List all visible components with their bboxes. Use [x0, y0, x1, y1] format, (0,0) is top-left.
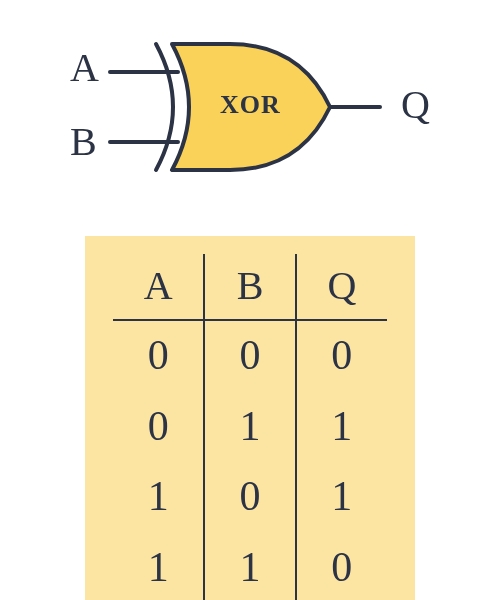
- col-header: Q: [296, 254, 387, 320]
- cell: 0: [113, 392, 204, 463]
- col-header: A: [113, 254, 204, 320]
- cell: 1: [296, 462, 387, 533]
- output-q-label: Q: [401, 85, 430, 125]
- table-row: 0 1 1: [113, 392, 387, 463]
- table-row: 1 1 0: [113, 533, 387, 601]
- table-row: 1 0 1: [113, 462, 387, 533]
- gate-type-label: XOR: [220, 90, 281, 120]
- table-row: 0 0 0: [113, 320, 387, 392]
- col-header: B: [204, 254, 295, 320]
- xor-gate-diagram: A B Q XOR: [70, 30, 430, 200]
- input-a-label: A: [70, 48, 99, 88]
- cell: 0: [296, 320, 387, 392]
- cell: 1: [296, 392, 387, 463]
- cell: 0: [204, 462, 295, 533]
- cell: 0: [204, 320, 295, 392]
- cell: 0: [296, 533, 387, 601]
- cell: 0: [113, 320, 204, 392]
- cell: 1: [204, 392, 295, 463]
- input-b-label: B: [70, 122, 97, 162]
- cell: 1: [113, 462, 204, 533]
- cell: 1: [204, 533, 295, 601]
- truth-table: A B Q 0 0 0 0 1 1 1 0: [85, 236, 415, 600]
- table-header-row: A B Q: [113, 254, 387, 320]
- cell: 1: [113, 533, 204, 601]
